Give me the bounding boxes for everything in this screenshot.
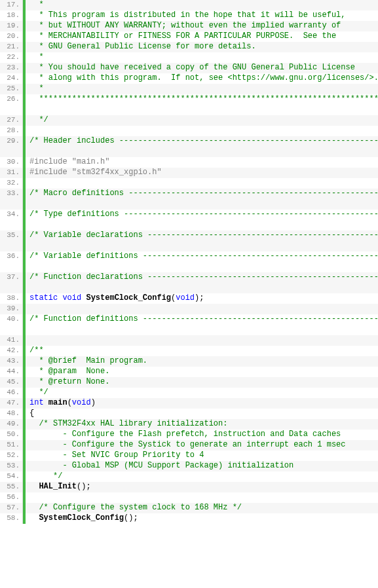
code-content [26,126,378,136]
code-content: */ [26,115,378,126]
code-line: 31.#include "stm32f4xx_xgpio.h" [0,168,378,178]
code-content: - Configure the Flash prefetch, instruct… [26,430,378,440]
code-content: ****************************************… [26,94,378,115]
line-number: 39. [0,304,23,314]
line-number: 22. [0,52,23,63]
code-content: /* Macro definitions -------------------… [26,189,378,210]
code-line: 19. * but WITHOUT ANY WARRANTY; without … [0,21,378,31]
code-content: * @return None. [26,377,378,388]
code-line: 43. * @brief Main program. [0,356,378,367]
code-content: /* Header includes ---------------------… [26,136,378,157]
code-line: 25. * [0,84,378,94]
line-number: 31. [0,168,23,178]
line-number: 42. [0,346,23,356]
code-content: * You should have received a copy of the… [26,63,378,73]
code-content: * GNU General Public License for more de… [26,42,378,52]
code-content: * This program is distributed in the hop… [26,10,378,21]
code-line: 32. [0,178,378,189]
code-content: /* Variable definitions ----------------… [26,251,378,272]
code-line: 46. */ [0,388,378,398]
line-number: 34. [0,210,23,230]
code-line: 34./* Type definitions -----------------… [0,210,378,230]
code-content: * MERCHANTABILITY or FITNESS FOR A PARTI… [26,31,378,42]
code-line: 18. * This program is distributed in the… [0,10,378,21]
code-content: /* Type definitions --------------------… [26,210,378,230]
code-content: * [26,84,378,94]
line-number: 29. [0,136,23,157]
code-line: 37./* Function declarations ------------… [0,272,378,293]
code-content: HAL_Init(); [26,482,378,492]
line-number: 33. [0,189,23,210]
line-number: 44. [0,367,23,377]
code-content: #include "stm32f4xx_xgpio.h" [26,168,378,178]
code-line: 56. [0,492,378,503]
code-line: 41. [0,335,378,346]
code-content: SystemClock_Config(); [26,513,378,524]
line-number: 55. [0,482,23,492]
code-line: 52. - Set NVIC Group Priority to 4 [0,450,378,461]
code-content: /* STM32F4xx HAL library initialization: [26,419,378,430]
line-number: 19. [0,21,23,31]
code-line: 39. [0,304,378,314]
line-number: 37. [0,272,23,293]
code-content [26,492,378,503]
code-content: - Set NVIC Group Priority to 4 [26,450,378,461]
code-line: 36./* Variable definitions -------------… [0,251,378,272]
code-line: 40./* Function definitions -------------… [0,314,378,335]
code-content [26,304,378,314]
code-line: 48.{ [0,409,378,419]
code-content: { [26,409,378,419]
code-line: 47.int main(void) [0,398,378,409]
code-line: 27. */ [0,115,378,126]
code-line: 53. - Global MSP (MCU Support Package) i… [0,461,378,471]
line-number: 58. [0,513,23,524]
code-content: * [26,52,378,63]
line-number: 51. [0,440,23,450]
line-number: 30. [0,157,23,168]
line-number: 38. [0,293,23,304]
line-number: 49. [0,419,23,430]
code-content: static void SystemClock_Config(void); [26,293,378,304]
line-number: 24. [0,73,23,84]
line-number: 54. [0,471,23,482]
code-line: 17. * [0,0,378,10]
code-line: 45. * @return None. [0,377,378,388]
code-line: 29./* Header includes ------------------… [0,136,378,157]
line-number: 25. [0,84,23,94]
line-number: 41. [0,335,23,346]
code-line: 23. * You should have received a copy of… [0,63,378,73]
line-number: 56. [0,492,23,503]
code-line: 50. - Configure the Flash prefetch, inst… [0,430,378,440]
code-line: 55. HAL_Init(); [0,482,378,492]
line-number: 40. [0,314,23,335]
code-line: 20. * MERCHANTABILITY or FITNESS FOR A P… [0,31,378,42]
code-content: */ [26,471,378,482]
code-line: 38.static void SystemClock_Config(void); [0,293,378,304]
line-number: 28. [0,126,23,136]
line-number: 36. [0,251,23,272]
code-line: 58. SystemClock_Config(); [0,513,378,524]
code-content: * [26,0,378,10]
code-line: 21. * GNU General Public License for mor… [0,42,378,52]
code-content: * @brief Main program. [26,356,378,367]
code-line: 30.#include "main.h" [0,157,378,168]
line-number: 43. [0,356,23,367]
line-number: 47. [0,398,23,409]
code-viewer: 17. *18. * This program is distributed i… [0,0,378,524]
code-line: 24. * along with this program. If not, s… [0,73,378,84]
code-line: 26. ************************************… [0,94,378,115]
code-line: 35./* Variable declarations ------------… [0,230,378,251]
line-number: 45. [0,377,23,388]
code-content: #include "main.h" [26,157,378,168]
code-line: 42./** [0,346,378,356]
code-line: 44. * @param None. [0,367,378,377]
line-number: 35. [0,230,23,251]
code-line: 57. /* Configure the system clock to 168… [0,503,378,513]
code-content: - Global MSP (MCU Support Package) initi… [26,461,378,471]
line-number: 32. [0,178,23,189]
line-number: 18. [0,10,23,21]
line-number: 52. [0,450,23,461]
code-line: 33./* Macro definitions ----------------… [0,189,378,210]
code-content: int main(void) [26,398,378,409]
code-line: 51. - Configure the Systick to generate … [0,440,378,450]
